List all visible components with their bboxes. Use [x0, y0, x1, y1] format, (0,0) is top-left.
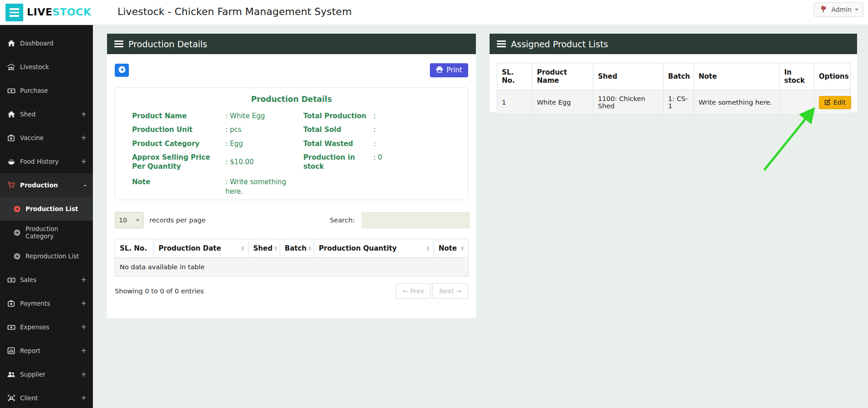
column-header-shed: Shed	[593, 63, 664, 90]
client-icon	[7, 394, 15, 402]
sidebar: Dashboard Livestock Purchase Shed + Vacc…	[0, 25, 93, 408]
panel-title: Production Details	[128, 39, 207, 49]
detail-label: Total Production	[303, 111, 373, 121]
sidebar-item-production-category[interactable]: Production Category	[0, 221, 93, 244]
home-icon	[7, 111, 15, 118]
search-input[interactable]	[362, 212, 470, 228]
admin-menu-button[interactable]: Admin	[814, 2, 863, 17]
sort-icon[interactable]: ▲▼	[427, 246, 429, 251]
chevron-down-icon	[855, 9, 858, 11]
page-size-select[interactable]: 10	[115, 212, 143, 228]
detail-value: : Egg	[225, 139, 291, 148]
sort-icon[interactable]: ▲▼	[274, 246, 276, 251]
money-icon	[7, 87, 15, 94]
prev-page-button[interactable]: ← Prev	[396, 283, 431, 299]
barn-icon	[7, 63, 15, 71]
expand-plus-icon: +	[81, 394, 87, 402]
sidebar-item-label: Vaccine	[20, 134, 44, 141]
sidebar-item-food-history[interactable]: Food History +	[0, 150, 93, 173]
expand-plus-icon: +	[81, 323, 87, 331]
sidebar-item-production-list[interactable]: Production List	[0, 197, 93, 221]
sidebar-item-purchase[interactable]: Purchase	[0, 79, 93, 102]
edit-button[interactable]: Edit	[819, 96, 851, 109]
sidebar-item-production[interactable]: Production -	[0, 173, 93, 197]
sidebar-item-expenses[interactable]: Expenses +	[0, 315, 93, 339]
production-list-table: SL. No. Production Date▲▼ Shed▲▼ Batch▲▼…	[115, 239, 468, 277]
brand-logo[interactable]: LIVESTOCK	[27, 6, 92, 18]
sidebar-item-label: Expenses	[20, 323, 49, 331]
sidebar-item-sales[interactable]: Sales +	[0, 268, 93, 292]
menu-icon[interactable]	[5, 4, 23, 21]
sidebar-item-reproduction-list[interactable]: Reproduction List	[0, 244, 93, 268]
column-header-production-quantity[interactable]: Production Quantity▲▼	[314, 239, 434, 258]
sidebar-item-livestock[interactable]: Livestock	[0, 55, 93, 79]
chevron-down-icon	[136, 219, 139, 222]
column-header-sl-no[interactable]: SL. No.	[115, 239, 154, 258]
column-header-in-stock: In stock	[780, 63, 814, 90]
production-details-panel: Production Details Print Production Deta…	[107, 34, 476, 318]
sidebar-item-label: Purchase	[20, 87, 48, 94]
admin-label: Admin	[831, 6, 852, 13]
sidebar-item-label: Payments	[20, 300, 50, 307]
sort-icon[interactable]: ▲▼	[241, 246, 244, 251]
users-icon	[7, 371, 15, 378]
cell-in-stock	[780, 90, 814, 115]
next-page-button[interactable]: Next →	[432, 283, 468, 299]
column-header-production-date[interactable]: Production Date▲▼	[154, 239, 249, 258]
column-header-sl-no: SL. No.	[497, 63, 532, 90]
column-header-shed[interactable]: Shed▲▼	[249, 239, 280, 258]
detail-row-approx-price: Approx Selling Price Per Quantity : $10.…	[115, 153, 291, 171]
table-row: 1 White Egg 1100: Chicken Shed 1: CS-1 W…	[497, 90, 851, 115]
expand-plus-icon: +	[81, 110, 87, 118]
medkit-icon	[7, 300, 15, 307]
sidebar-item-label: Livestock	[20, 63, 49, 71]
sidebar-item-label: Food History	[20, 158, 59, 165]
sidebar-item-supplier[interactable]: Supplier +	[0, 363, 93, 386]
money-icon	[7, 324, 15, 331]
expand-plus-icon: +	[81, 276, 87, 284]
back-icon	[118, 65, 126, 75]
detail-label: Product Name	[132, 111, 225, 121]
sidebar-item-report[interactable]: Report +	[0, 339, 93, 363]
column-header-note[interactable]: Note▲▼	[434, 239, 469, 258]
cell-options: Edit	[814, 90, 851, 115]
topbar: LIVESTOCK Livestock - Chicken Farm Manag…	[0, 0, 868, 25]
cart-icon	[7, 181, 15, 189]
sidebar-item-label: Dashboard	[20, 40, 53, 47]
column-header-batch[interactable]: Batch▲▼	[280, 239, 314, 258]
sidebar-item-label: Production	[20, 181, 58, 189]
detail-row-note: Note : Write something here.	[115, 177, 291, 196]
print-button[interactable]: Print	[430, 63, 468, 77]
expand-plus-icon: +	[81, 134, 87, 142]
sort-icon[interactable]: ▲▼	[461, 246, 464, 251]
sidebar-item-client[interactable]: Client +	[0, 386, 93, 408]
detail-row-production-in-stock: Production in stock : 0	[291, 153, 468, 171]
sort-icon[interactable]: ▲▼	[308, 246, 311, 251]
print-button-label: Print	[446, 66, 462, 74]
detail-row-product-name: Product Name : White Egg	[115, 111, 291, 121]
back-button[interactable]	[115, 64, 129, 77]
cell-note: Write something here.	[694, 90, 780, 115]
detail-value: :	[373, 139, 376, 148]
production-details-card: Production Details Product Name : White …	[115, 87, 468, 200]
sidebar-item-dashboard[interactable]: Dashboard	[0, 31, 93, 55]
detail-label: Production Unit	[132, 125, 225, 134]
sidebar-item-vaccine[interactable]: Vaccine +	[0, 126, 93, 150]
sidebar-item-payments[interactable]: Payments +	[0, 292, 93, 315]
expand-plus-icon: +	[81, 299, 87, 307]
cell-sl-no: 1	[497, 90, 532, 115]
sidebar-item-label: Production List	[26, 205, 78, 212]
page-title: Livestock - Chicken Farm Management Syst…	[117, 6, 352, 17]
detail-row-product-category: Product Category : Egg	[115, 139, 291, 148]
production-details-panel-header: Production Details	[107, 34, 476, 54]
sidebar-item-label: Reproduction List	[26, 252, 79, 260]
detail-row-total-sold: Total Sold :	[291, 125, 468, 134]
sidebar-item-shed[interactable]: Shed +	[0, 102, 93, 126]
cell-batch: 1: CS-1	[664, 90, 694, 115]
rooster-icon	[819, 5, 828, 15]
panel-menu-icon	[114, 39, 123, 49]
empty-table-row: No data available in table	[115, 258, 469, 277]
expand-plus-icon: +	[81, 347, 87, 355]
detail-value: : White Egg	[225, 111, 291, 121]
empty-table-message: No data available in table	[115, 258, 469, 277]
